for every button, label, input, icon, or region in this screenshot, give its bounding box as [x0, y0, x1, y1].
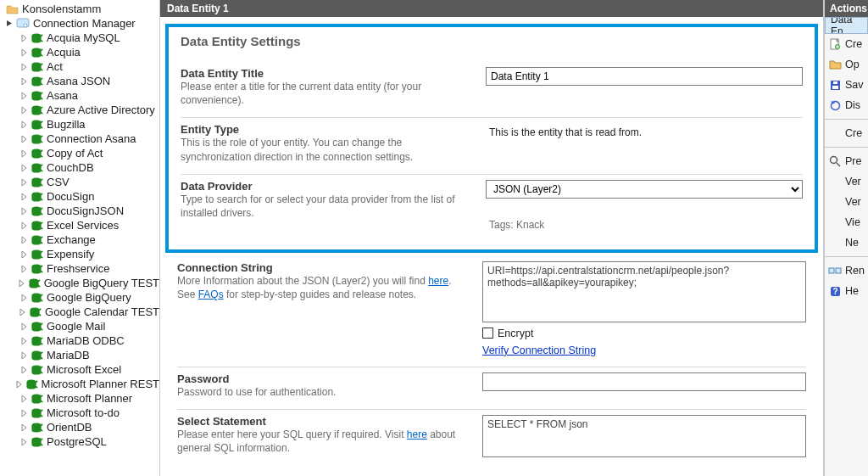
- tree-item[interactable]: Asana JSON: [0, 74, 159, 88]
- expand-icon[interactable]: [18, 307, 26, 316]
- tree-item-label: Asana JSON: [47, 74, 110, 88]
- actions-tab[interactable]: Data En: [825, 17, 868, 34]
- tree-item[interactable]: Google BigQuery TEST: [0, 276, 159, 290]
- expand-icon[interactable]: [19, 91, 28, 100]
- tree-item-label: Bugzilla: [47, 117, 86, 132]
- tree-item[interactable]: DocuSign: [0, 189, 159, 204]
- expand-icon[interactable]: [19, 76, 28, 86]
- tree-item[interactable]: Google Mail: [0, 319, 159, 333]
- select-here-link[interactable]: here: [407, 428, 427, 440]
- action-item[interactable]: Cre: [825, 123, 868, 143]
- title-input[interactable]: [486, 67, 803, 86]
- action-item[interactable]: Ren: [825, 260, 868, 281]
- tree-item[interactable]: Bugzilla: [0, 117, 159, 132]
- expand-icon[interactable]: [19, 33, 28, 42]
- tree-item[interactable]: Acquia: [0, 45, 159, 59]
- expand-icon[interactable]: [19, 365, 28, 374]
- expand-icon[interactable]: [19, 148, 28, 158]
- tree-item[interactable]: Google Calendar TEST: [0, 305, 159, 319]
- tree-item-label: Google Calendar TEST: [45, 305, 159, 319]
- expand-icon[interactable]: [19, 350, 28, 360]
- tree-item[interactable]: Freshservice: [0, 261, 159, 276]
- tree-item[interactable]: Expensify: [0, 247, 159, 261]
- expand-icon[interactable]: [19, 264, 28, 273]
- tree-root[interactable]: Konsolenstamm: [0, 2, 159, 16]
- expand-icon[interactable]: [19, 62, 28, 71]
- conn-string-input[interactable]: URI=https://api.centralstationcrm.net/ap…: [482, 261, 806, 322]
- tree-item[interactable]: Act: [0, 59, 159, 74]
- tree-item[interactable]: Acquia MySQL: [0, 31, 159, 45]
- entity-icon: [30, 75, 43, 88]
- expand-icon[interactable]: [19, 235, 28, 244]
- expand-icon[interactable]: [19, 192, 28, 201]
- tree-item[interactable]: CSV: [0, 175, 159, 189]
- expand-icon[interactable]: [19, 48, 28, 57]
- tree-item[interactable]: Microsoft Planner: [0, 391, 159, 406]
- title-label: Data Entity Title: [181, 67, 472, 80]
- tree-item[interactable]: MariaDB: [0, 348, 159, 362]
- help-icon: ?: [828, 284, 842, 298]
- expand-icon[interactable]: [19, 120, 28, 129]
- expand-icon[interactable]: [19, 206, 28, 216]
- action-item[interactable]: Ver: [825, 171, 868, 192]
- expand-icon[interactable]: [19, 163, 28, 172]
- expand-icon[interactable]: [19, 394, 28, 403]
- expand-icon[interactable]: [19, 221, 28, 230]
- tree-item[interactable]: Google BigQuery: [0, 290, 159, 305]
- tree-item-label: MariaDB ODBC: [47, 333, 125, 348]
- expand-icon[interactable]: [19, 437, 28, 446]
- action-item[interactable]: Ver: [825, 192, 868, 212]
- expand-icon[interactable]: [19, 249, 28, 259]
- tree-item[interactable]: Azure Active Directory: [0, 103, 159, 117]
- action-item[interactable]: Cre: [825, 34, 868, 54]
- action-item[interactable]: Op: [825, 54, 868, 75]
- tree-item[interactable]: Exchange: [0, 232, 159, 247]
- tree-item[interactable]: Connection Asana: [0, 132, 159, 146]
- tree-item[interactable]: MariaDB ODBC: [0, 333, 159, 348]
- action-item[interactable]: Dis: [825, 95, 868, 115]
- center-header: Data Entity 1: [160, 0, 823, 17]
- expand-icon[interactable]: [19, 322, 28, 331]
- tree-item[interactable]: Excel Services: [0, 218, 159, 232]
- discard-icon: [828, 98, 842, 112]
- expand-icon[interactable]: [19, 134, 28, 143]
- conn-here-link[interactable]: here: [428, 275, 448, 287]
- select-statement-input[interactable]: SELECT * FROM json: [482, 415, 806, 457]
- tree-item[interactable]: PostgreSQL: [0, 434, 159, 449]
- tree-item[interactable]: Microsoft Excel: [0, 362, 159, 377]
- tree-item[interactable]: OrientDB: [0, 420, 159, 434]
- action-item[interactable]: Pre: [825, 151, 868, 171]
- expand-icon[interactable]: [19, 177, 28, 187]
- provider-select[interactable]: JSON (Layer2): [486, 180, 803, 199]
- action-item[interactable]: Sav: [825, 75, 868, 95]
- entity-icon: [30, 233, 43, 247]
- expand-icon[interactable]: [19, 336, 28, 345]
- select-desc-pre: Please enter here your SQL query if requ…: [177, 428, 407, 440]
- tree-item[interactable]: Asana: [0, 88, 159, 103]
- expand-icon[interactable]: [19, 293, 28, 302]
- action-item[interactable]: Ne: [825, 232, 868, 253]
- entity-icon: [27, 277, 41, 290]
- tree-item[interactable]: Copy of Act: [0, 146, 159, 160]
- expand-icon[interactable]: [19, 408, 28, 417]
- action-item[interactable]: ?He: [825, 281, 868, 301]
- collapse-icon[interactable]: [5, 19, 14, 28]
- conn-faqs-link[interactable]: FAQs: [198, 288, 224, 300]
- verify-link[interactable]: Verify Connection String: [482, 344, 806, 356]
- settings-highlight-frame: Data Entity Settings Data Entity Title P…: [165, 24, 818, 253]
- tree-item[interactable]: CouchDB: [0, 160, 159, 175]
- provider-tags: Tags: Knack: [486, 219, 803, 231]
- entity-icon: [30, 132, 43, 146]
- action-item[interactable]: Vie: [825, 212, 868, 232]
- tree-item[interactable]: DocuSignJSON: [0, 204, 159, 218]
- tree-connection-manager[interactable]: Connection Manager: [0, 16, 159, 31]
- expand-icon[interactable]: [19, 105, 28, 115]
- encrypt-checkbox[interactable]: [482, 328, 493, 339]
- entity-icon: [30, 349, 43, 362]
- expand-icon[interactable]: [17, 278, 25, 288]
- expand-icon[interactable]: [15, 379, 23, 389]
- password-input[interactable]: [482, 372, 806, 391]
- expand-icon[interactable]: [19, 423, 28, 432]
- tree-item[interactable]: Microsoft Planner REST: [0, 377, 159, 391]
- tree-item[interactable]: Microsoft to-do: [0, 406, 159, 420]
